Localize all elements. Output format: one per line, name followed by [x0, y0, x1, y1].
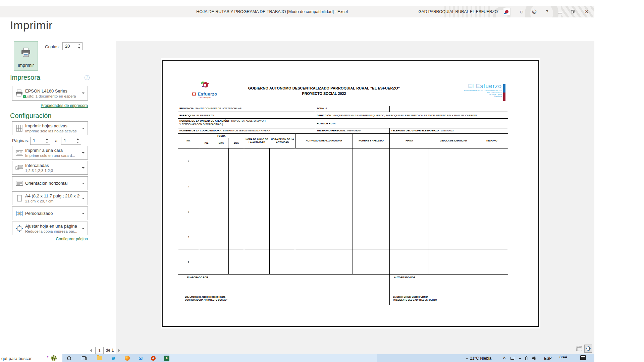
printer-device-icon: ✓	[14, 89, 25, 97]
row-number: 5	[178, 249, 199, 274]
previous-page-arrow[interactable]	[90, 349, 92, 352]
logo-right-bar	[503, 84, 505, 101]
tel-gadpr-value: 023840053	[441, 129, 454, 132]
copies-input[interactable]: 20	[62, 42, 83, 50]
sheet-border: El Esfuerzo GAD Parroquial GOBIERNO AUTO…	[162, 60, 539, 327]
signature-row: ELABORADO POR: Sra. Emerita de Jesus Men…	[178, 275, 508, 305]
feedback-smile-icon[interactable]: ☺	[515, 9, 528, 14]
mail-icon[interactable]: ✉	[136, 354, 145, 362]
autorizado-name: Sr. Daniel Bolivar Castillo Carrión	[393, 295, 437, 298]
dropdown-sub-label: Imprime solo las hojas activas	[25, 129, 76, 133]
windows-taskbar: quí para buscar ✦ e ✉ X ☁ 21°C Niebla ^ …	[0, 354, 594, 362]
chevron-down-icon	[82, 167, 85, 169]
doodle-sparkle-icon: ✦	[46, 355, 49, 359]
zona-label: ZONA:	[317, 107, 325, 110]
search-doodle-icon	[51, 355, 57, 361]
col-hora-inicio: HORA DE INICIO DE LA ACTIVIDAD	[244, 134, 270, 148]
chevron-down-icon	[82, 152, 85, 154]
printer-properties-link[interactable]: Propiedades de impresora	[12, 103, 88, 108]
printer-select[interactable]: ✓ EPSON L4160 Series Listo: 1 documento …	[12, 86, 88, 101]
scaling-select[interactable]: Ajustar hoja en una página Reduce la cop…	[12, 222, 88, 235]
route-table-header: No. FECHA DIA MES AÑO HORA DE INICIO DE …	[178, 134, 508, 148]
page-count-label: de 1	[106, 348, 114, 353]
next-page-arrow[interactable]	[118, 349, 120, 352]
orientation-select[interactable]: Orientación horizontal	[12, 176, 88, 190]
direccion-value: VIA QUEVEDO KM 19 MARGEN IZQUIERDO, PARR…	[333, 114, 477, 117]
pages-to-spinner[interactable]	[76, 137, 80, 144]
copies-value: 20	[65, 44, 70, 49]
office-icon[interactable]	[149, 354, 158, 362]
collation-select[interactable]: Intercaladas 1;2;3 1;2;3 1;2;3	[12, 161, 88, 175]
print-what-select[interactable]: Imprimir hojas activas Imprime solo las …	[12, 121, 88, 135]
cortana-icon[interactable]	[65, 354, 73, 362]
pages-from-spinner[interactable]	[45, 137, 49, 144]
zoom-to-page-button[interactable]	[584, 345, 592, 353]
task-view-icon[interactable]	[79, 354, 88, 362]
info-icon[interactable]: i	[85, 75, 90, 80]
internet-explorer-icon[interactable]: e	[109, 354, 118, 362]
table-row: 4	[178, 224, 508, 249]
document-title: GOBIERNO AUTONOMO DESCENTRALIZADO PARROQ…	[240, 86, 408, 96]
firefox-icon[interactable]	[123, 354, 131, 362]
dropdown-main-label: Imprimir a una cara	[25, 148, 75, 153]
pages-to-input[interactable]: 1	[61, 137, 81, 145]
col-hora-fin: HORA DE FIN DE LA ACTIVIDAD	[270, 134, 296, 148]
elaborado-name: Sra. Emerita de Jesus Mendoza Rivera	[185, 295, 227, 298]
show-margins-button[interactable]	[575, 345, 583, 353]
elaborado-label: ELABORADO POR:	[187, 276, 209, 279]
page-setup-link[interactable]: Configurar página	[12, 237, 88, 241]
col-fecha: FECHA	[199, 134, 244, 138]
cloud-tray-icon[interactable]: ☁	[518, 354, 522, 362]
coordinadora-label: NOMBRE DE LA COORDINADORA:	[179, 129, 222, 132]
print-button[interactable]: Imprimir	[14, 41, 38, 71]
show-margins-icon	[576, 346, 582, 351]
col-actividad: ACTIVIDAD A REALIZAR/LUGAR	[296, 134, 353, 148]
duplex-select[interactable]: Imprimir a una cara Imprime solo en una …	[12, 146, 88, 160]
volume-icon[interactable]	[532, 354, 537, 362]
restore-button[interactable]	[566, 9, 579, 14]
taskbar-search-box[interactable]: quí para buscar ✦	[0, 354, 62, 362]
margins-select[interactable]: Personalizado	[12, 206, 88, 220]
chevron-down-icon	[82, 228, 85, 229]
weather-cloud-icon: ☁	[465, 356, 469, 360]
unidad-label: NOMBRE DE LA UNIDAD DE ATENCIÓN:	[179, 119, 229, 122]
account-name[interactable]: GAD PARROQUIAL RURAL EL ESFUERZO	[419, 9, 498, 14]
dropdown-sub-label: 1;2;3 1;2;3 1;2;3	[25, 169, 53, 173]
hidden-icons-chevron[interactable]: ^	[503, 354, 505, 362]
page-number-input[interactable]	[95, 347, 104, 354]
one-sided-icon	[14, 148, 25, 157]
file-explorer-icon[interactable]	[95, 354, 104, 362]
print-active-sheets-icon	[14, 124, 25, 133]
coordinadora-value: EMERITA DE JESUS MENDOZA RIVERA	[223, 129, 270, 132]
collated-icon	[14, 164, 25, 172]
clock[interactable]: 8:44	[559, 354, 567, 362]
search-placeholder: quí para buscar	[1, 356, 32, 361]
usb-tray-icon[interactable]	[525, 354, 528, 362]
col-mes: MES	[214, 138, 229, 148]
print-button-label: Imprimir	[18, 63, 34, 68]
table-row: 2	[178, 174, 508, 199]
paper-size-select[interactable]: A4 (8,2 x 11,7 pulg.; 210 x 29... 21 cm …	[12, 191, 88, 205]
taskbar-window-button[interactable]	[169, 354, 377, 362]
language-indicator[interactable]: ESP	[544, 354, 552, 362]
tel-personal-label: TELEFONO PERSONAL:	[317, 129, 346, 132]
copies-spinner[interactable]	[77, 43, 81, 50]
action-center-icon[interactable]	[580, 355, 586, 360]
tel-personal-value: 0999458564	[347, 129, 361, 132]
printer-ready-check-icon: ✓	[22, 95, 26, 99]
close-button[interactable]: ×	[579, 8, 594, 15]
dropdown-main-label: Imprimir hojas activas	[25, 123, 76, 128]
chevron-down-icon	[82, 198, 85, 199]
row-number: 2	[178, 174, 199, 199]
col-fecha-group: FECHA DIA MES AÑO	[199, 134, 244, 148]
minimize-button[interactable]	[553, 9, 566, 14]
help-icon[interactable]: ?	[541, 9, 553, 14]
dropdown-sub-label: Reduce la copia impresa par...	[25, 229, 77, 233]
pages-from-input[interactable]: 1	[30, 137, 50, 145]
logo-right-name: El Esfuerzo	[438, 83, 502, 90]
weather-widget[interactable]: ☁ 21°C Niebla	[465, 354, 491, 362]
feedback-frown-icon[interactable]: ☹	[528, 9, 541, 14]
display-tray-icon[interactable]	[511, 354, 514, 362]
account-avatar[interactable]	[503, 8, 511, 15]
row-number: 4	[178, 224, 199, 249]
